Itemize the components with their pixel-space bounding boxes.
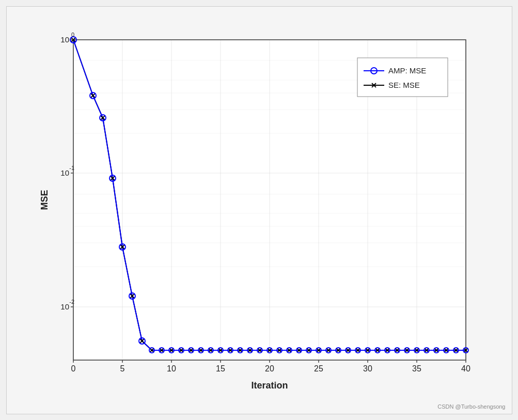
svg-text:10: 10 <box>60 35 69 44</box>
legend-se-label: SE: MSE <box>388 81 420 89</box>
y-axis-label: MSE <box>39 190 50 210</box>
svg-text:15: 15 <box>216 364 225 373</box>
svg-text:-1: -1 <box>69 165 74 171</box>
svg-text:25: 25 <box>314 364 323 373</box>
svg-text:-2: -2 <box>69 299 74 305</box>
legend-amp-label: AMP: MSE <box>388 66 426 75</box>
watermark: CSDN @Turbo-shengsong <box>437 403 505 410</box>
svg-text:10: 10 <box>60 302 69 311</box>
chart-area: 0 5 10 15 20 25 30 35 40 Iteration <box>37 29 481 391</box>
y-axis: 10 0 10 -1 10 -2 MSE <box>39 32 74 311</box>
chart-container: 0 5 10 15 20 25 30 35 40 Iteration <box>6 6 512 414</box>
svg-text:30: 30 <box>363 364 372 373</box>
svg-text:0: 0 <box>71 364 75 373</box>
svg-text:20: 20 <box>265 364 274 373</box>
legend-box <box>357 58 448 97</box>
svg-text:10: 10 <box>60 168 69 177</box>
svg-text:35: 35 <box>412 364 421 373</box>
svg-text:40: 40 <box>461 364 470 373</box>
x-axis-label: Iteration <box>251 380 288 391</box>
svg-text:0: 0 <box>71 32 74 38</box>
svg-text:5: 5 <box>120 364 124 373</box>
svg-text:10: 10 <box>167 364 176 373</box>
x-axis: 0 5 10 15 20 25 30 35 40 Iteration <box>71 360 470 391</box>
